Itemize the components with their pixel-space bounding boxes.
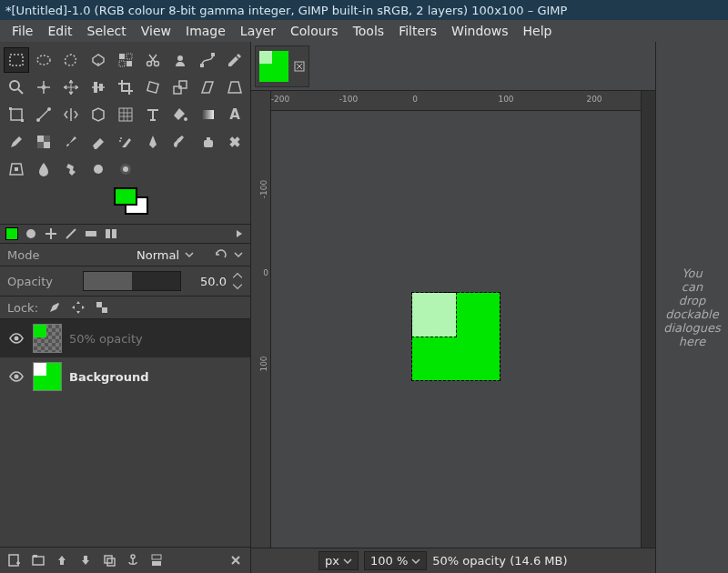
tool-airbrush[interactable] bbox=[113, 129, 138, 155]
tool-gradient[interactable] bbox=[195, 102, 220, 127]
new-group-icon[interactable] bbox=[31, 553, 46, 568]
tool-handle-transform[interactable] bbox=[31, 102, 56, 127]
tool-scissors[interactable] bbox=[140, 47, 166, 73]
tool-clone[interactable] bbox=[195, 129, 220, 155]
mode-reset-icon[interactable] bbox=[214, 247, 228, 262]
menu-select[interactable]: Select bbox=[81, 22, 133, 40]
lock-pixels-icon[interactable] bbox=[47, 300, 62, 315]
tool-align[interactable] bbox=[86, 75, 111, 100]
gradient-icon[interactable] bbox=[64, 226, 78, 241]
tool-dodge[interactable] bbox=[86, 156, 111, 182]
layer-row[interactable]: Background bbox=[0, 357, 250, 396]
image-tab[interactable] bbox=[255, 45, 309, 87]
menu-tools[interactable]: Tools bbox=[347, 22, 391, 40]
tool-cage[interactable] bbox=[86, 102, 111, 127]
tool-eraser[interactable] bbox=[86, 129, 111, 155]
menu-edit[interactable]: Edit bbox=[41, 22, 78, 40]
tool-pencil[interactable] bbox=[4, 129, 29, 155]
lower-layer-icon[interactable] bbox=[78, 553, 93, 568]
tool-zoom[interactable] bbox=[4, 75, 29, 100]
vertical-scrollbar[interactable] bbox=[641, 91, 655, 548]
tool-ellipse-select[interactable] bbox=[31, 47, 56, 73]
menu-layer[interactable]: Layer bbox=[234, 22, 282, 40]
menu-windows[interactable]: Windows bbox=[445, 22, 515, 40]
visibility-toggle[interactable] bbox=[7, 331, 25, 346]
tool-free-select[interactable] bbox=[58, 47, 84, 73]
tool-blur[interactable] bbox=[31, 156, 56, 182]
tool-move[interactable] bbox=[58, 75, 84, 100]
merge-down-icon[interactable] bbox=[149, 553, 164, 568]
raise-layer-icon[interactable] bbox=[55, 553, 69, 568]
opacity-spinner[interactable] bbox=[232, 270, 243, 292]
menu-file[interactable]: File bbox=[5, 22, 39, 40]
menu-view[interactable]: View bbox=[135, 22, 177, 40]
tool-unified-transform[interactable] bbox=[4, 102, 29, 127]
layer-opacity-row: Opacity 50.0 bbox=[0, 266, 250, 297]
tool-foreground-select[interactable] bbox=[167, 47, 193, 73]
menu-filters[interactable]: Filters bbox=[392, 22, 443, 40]
anchor-layer-icon[interactable] bbox=[126, 553, 140, 568]
tool-color-picker[interactable] bbox=[222, 47, 248, 73]
opacity-slider[interactable] bbox=[83, 271, 181, 291]
menu-help[interactable]: Help bbox=[517, 22, 559, 40]
layer-name[interactable]: Background bbox=[69, 370, 243, 384]
lock-position-icon[interactable] bbox=[71, 300, 86, 315]
tool-perspective[interactable] bbox=[222, 75, 248, 100]
svg-rect-37 bbox=[15, 167, 18, 171]
mini-fg-swatch[interactable] bbox=[5, 227, 18, 240]
tool-fuzzy-select[interactable] bbox=[86, 47, 111, 73]
brush-icon[interactable] bbox=[24, 226, 38, 241]
layer-name[interactable]: 50% opacity bbox=[69, 332, 243, 346]
tool-perspective-clone[interactable] bbox=[4, 156, 29, 182]
duplicate-layer-icon[interactable] bbox=[102, 553, 116, 568]
image-canvas[interactable] bbox=[412, 293, 500, 380]
opacity-value[interactable]: 50.0 bbox=[187, 275, 227, 288]
tool-paths[interactable] bbox=[195, 47, 220, 73]
tool-select-by-color[interactable] bbox=[113, 47, 138, 73]
horizontal-ruler[interactable]: -200 -100 0 100 200 bbox=[271, 91, 641, 111]
tool-text[interactable] bbox=[140, 102, 166, 127]
font-icon[interactable] bbox=[84, 226, 98, 241]
selection-overlay bbox=[412, 293, 456, 337]
tool-smudge[interactable] bbox=[58, 156, 84, 182]
tool-scale[interactable] bbox=[167, 75, 193, 100]
canvas-viewport[interactable] bbox=[271, 111, 641, 548]
right-dock-hint[interactable]: You can drop dockable dialogues here bbox=[655, 42, 728, 573]
close-tab-icon[interactable] bbox=[294, 61, 305, 72]
new-layer-icon[interactable] bbox=[7, 553, 22, 568]
tool-ink[interactable] bbox=[140, 129, 166, 155]
menu-image[interactable]: Image bbox=[179, 22, 232, 40]
visibility-toggle[interactable] bbox=[7, 369, 25, 384]
tool-text-a[interactable]: A bbox=[222, 102, 248, 127]
delete-layer-icon[interactable] bbox=[228, 553, 243, 568]
tool-rotate[interactable] bbox=[140, 75, 166, 100]
lock-alpha-icon[interactable] bbox=[95, 300, 109, 315]
chevron-down-icon[interactable] bbox=[185, 250, 194, 259]
tool-crop[interactable] bbox=[113, 75, 138, 100]
zoom-selector[interactable]: 100 % bbox=[364, 551, 427, 570]
menu-colours[interactable]: Colours bbox=[284, 22, 345, 40]
tool-paintbrush-pattern[interactable] bbox=[31, 129, 56, 155]
unit-selector[interactable]: px bbox=[318, 551, 359, 570]
svg-point-48 bbox=[15, 375, 19, 379]
foreground-color-swatch[interactable] bbox=[114, 187, 137, 206]
tool-heal[interactable] bbox=[222, 129, 248, 155]
dock-menu-icon[interactable] bbox=[234, 228, 245, 239]
tool-flip[interactable] bbox=[58, 102, 84, 127]
layer-row[interactable]: 50% opacity bbox=[0, 319, 250, 357]
pattern-icon[interactable] bbox=[44, 226, 58, 241]
mode-value[interactable]: Normal bbox=[136, 248, 179, 262]
tool-warp[interactable] bbox=[113, 102, 138, 127]
palette-icon[interactable] bbox=[104, 226, 118, 241]
color-swatches[interactable] bbox=[4, 187, 247, 222]
tool-shear[interactable] bbox=[195, 75, 220, 100]
vertical-ruler[interactable]: -100 0 100 bbox=[251, 91, 271, 548]
tool-paintbrush[interactable] bbox=[58, 129, 84, 155]
chevron-down-icon[interactable] bbox=[234, 250, 243, 259]
tool-measure[interactable] bbox=[31, 75, 56, 100]
tool-bucket-fill[interactable] bbox=[167, 102, 193, 127]
svg-point-22 bbox=[36, 118, 40, 122]
tool-rect-select[interactable] bbox=[4, 47, 29, 73]
tool-mypaint[interactable] bbox=[167, 129, 193, 155]
tool-burn[interactable] bbox=[113, 156, 138, 182]
